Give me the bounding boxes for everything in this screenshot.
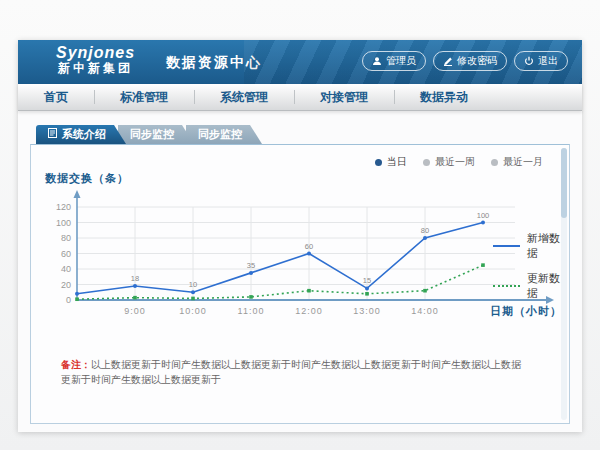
solid-line-swatch-icon [493, 245, 520, 247]
svg-text:100: 100 [477, 211, 490, 220]
footnote-prefix: 备注： [61, 359, 91, 370]
page-title: 数据资源中心 [166, 54, 262, 72]
svg-text:60: 60 [305, 242, 313, 251]
radio-today[interactable]: 当日 [375, 155, 407, 169]
svg-text:10: 10 [189, 280, 197, 289]
document-icon [48, 125, 57, 144]
panel-scrollbar [561, 148, 567, 420]
brand-logo: Synjones 新中新集团 [56, 44, 135, 75]
radio-label: 最近一月 [503, 155, 543, 169]
user-button[interactable]: 管理员 [362, 51, 426, 71]
nav-item-standard-mgmt[interactable]: 标准管理 [94, 84, 194, 110]
footnote: 备注：以上数据更新于时间产生数据以上数据更新于时间产生数据以上数据更新于时间产生… [61, 357, 529, 387]
edit-icon [443, 56, 453, 66]
svg-text:13:00: 13:00 [353, 306, 381, 316]
nav-item-data-change[interactable]: 数据异动 [394, 84, 494, 110]
radio-dot-icon [375, 159, 382, 166]
svg-text:11:00: 11:00 [238, 306, 265, 316]
svg-text:9:00: 9:00 [124, 306, 146, 316]
power-icon [524, 56, 534, 66]
radio-label: 当日 [387, 155, 407, 169]
user-icon [372, 56, 382, 66]
svg-text:15: 15 [363, 276, 371, 285]
tab-label: 同步监控 [130, 125, 174, 144]
nav-item-home[interactable]: 首页 [18, 84, 94, 110]
dotted-line-swatch-icon [493, 285, 520, 287]
user-button-label: 管理员 [386, 54, 416, 68]
app-window: Synjones 新中新集团 数据资源中心 管理员 修改密码 [18, 40, 582, 432]
footnote-text: 以上数据更新于时间产生数据以上数据更新于时间产生数据以上数据更新于时间产生数据以… [61, 359, 521, 385]
radio-dot-icon [491, 159, 498, 166]
svg-text:12:00: 12:00 [295, 306, 323, 316]
tab-system-intro[interactable]: 系统介绍 [36, 125, 126, 144]
tab-panel: 当日 最近一周 最近一月 数据交换（条） 0204060801001209:00… [30, 144, 570, 424]
svg-text:40: 40 [61, 264, 71, 274]
brand-logo-subtext: 新中新集团 [56, 62, 135, 75]
svg-text:20: 20 [61, 280, 71, 290]
tab-label: 系统介绍 [62, 125, 106, 144]
content-area: 系统介绍 同步监控 同步监控 当日 最近一周 [18, 111, 582, 431]
nav-item-system-mgmt[interactable]: 系统管理 [194, 84, 294, 110]
main-nav: 首页 标准管理 系统管理 对接管理 数据异动 [18, 84, 582, 111]
scrollbar-thumb[interactable] [561, 148, 567, 218]
logout-button[interactable]: 退出 [514, 51, 568, 71]
change-password-button[interactable]: 修改密码 [433, 51, 507, 71]
chart-legend: 新增数据 更新数据 [493, 231, 569, 301]
svg-text:10:00: 10:00 [179, 306, 207, 316]
svg-text:0: 0 [66, 295, 71, 305]
y-axis-title: 数据交换（条） [45, 171, 129, 186]
radio-last-week[interactable]: 最近一周 [423, 155, 475, 169]
svg-text:日期（小时）: 日期（小时） [490, 305, 562, 318]
tab-bar: 系统介绍 同步监控 同步监控 [36, 125, 582, 144]
svg-text:18: 18 [131, 274, 139, 283]
range-filter-group: 当日 最近一周 最近一月 [375, 155, 543, 169]
change-password-label: 修改密码 [457, 54, 497, 68]
svg-text:14:00: 14:00 [411, 306, 439, 316]
user-actions: 管理员 修改密码 退出 [362, 51, 568, 71]
brand-logo-text: Synjones [56, 44, 135, 62]
legend-item-updated-data: 更新数据 [493, 271, 569, 301]
svg-text:80: 80 [61, 233, 71, 243]
radio-last-month[interactable]: 最近一月 [491, 155, 543, 169]
logout-label: 退出 [538, 54, 558, 68]
tab-sync-monitor-2[interactable]: 同步监控 [186, 125, 262, 144]
svg-text:60: 60 [61, 249, 71, 259]
nav-item-integration-mgmt[interactable]: 对接管理 [294, 84, 394, 110]
radio-label: 最近一周 [435, 155, 475, 169]
svg-text:100: 100 [56, 218, 71, 228]
legend-item-new-data: 新增数据 [493, 231, 569, 261]
tab-label: 同步监控 [198, 125, 242, 144]
page-background: Synjones 新中新集团 数据资源中心 管理员 修改密码 [0, 0, 600, 450]
svg-text:35: 35 [247, 261, 255, 270]
svg-text:80: 80 [421, 226, 429, 235]
tab-sync-monitor-1[interactable]: 同步监控 [118, 125, 194, 144]
radio-dot-icon [423, 159, 430, 166]
svg-text:120: 120 [56, 202, 71, 212]
app-header: Synjones 新中新集团 数据资源中心 管理员 修改密码 [18, 40, 582, 84]
